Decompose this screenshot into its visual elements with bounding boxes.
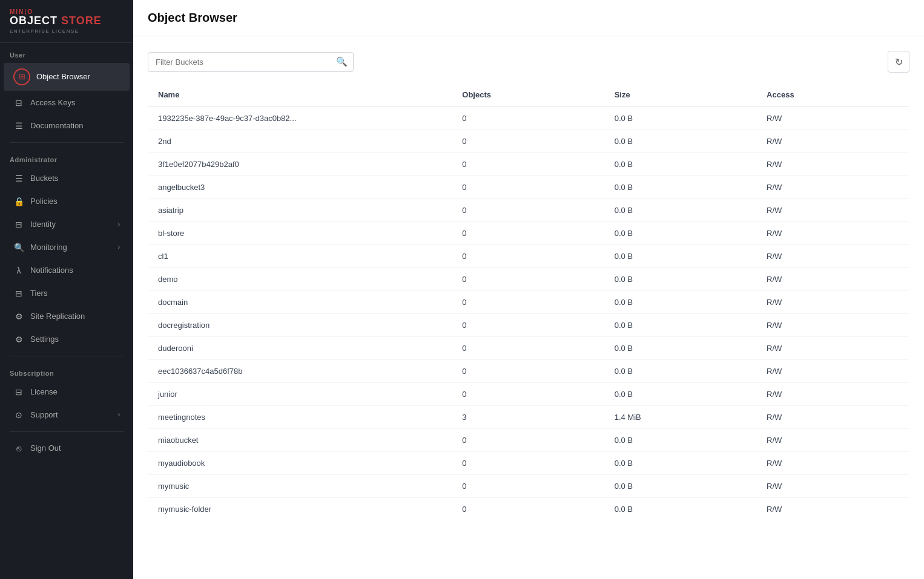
table-row[interactable]: asiatrip 0 0.0 B R/W <box>148 199 909 222</box>
policies-icon: 🔒 <box>13 196 24 207</box>
cell-access: R/W <box>757 360 909 383</box>
table-row[interactable]: meetingnotes 3 1.4 MiB R/W <box>148 406 909 429</box>
table-row[interactable]: cl1 0 0.0 B R/W <box>148 245 909 268</box>
table-row[interactable]: 3f1e0ef2077b429b2af0 0 0.0 B R/W <box>148 153 909 176</box>
support-icon: ⊙ <box>13 410 24 420</box>
license-icon: ⊟ <box>13 387 24 397</box>
sidebar-item-sign-out[interactable]: ⎋ Sign Out <box>4 437 130 459</box>
sidebar-item-tiers-label: Tiers <box>30 289 47 298</box>
subscription-section-label: Subscription <box>0 361 133 381</box>
table-row[interactable]: docregistration 0 0.0 B R/W <box>148 314 909 337</box>
cell-size: 0.0 B <box>605 498 757 521</box>
cell-objects: 0 <box>452 153 604 176</box>
sidebar-item-access-keys-label: Access Keys <box>30 98 75 107</box>
sidebar-item-settings[interactable]: ⚙ Settings <box>4 329 130 350</box>
page-title: Object Browser <box>148 11 237 25</box>
cell-name: demo <box>148 268 453 291</box>
cell-name: cl1 <box>148 245 453 268</box>
cell-objects: 0 <box>452 475 604 498</box>
sidebar-item-buckets[interactable]: ☰ Buckets <box>4 168 130 189</box>
notifications-icon: λ <box>13 265 24 276</box>
cell-access: R/W <box>757 176 909 199</box>
table-row[interactable]: angelbucket3 0 0.0 B R/W <box>148 176 909 199</box>
sidebar-item-sign-out-label: Sign Out <box>30 443 61 453</box>
table-row[interactable]: myaudiobook 0 0.0 B R/W <box>148 452 909 475</box>
sidebar-item-license-label: License <box>30 387 58 396</box>
table-row[interactable]: docmain 0 0.0 B R/W <box>148 291 909 314</box>
logo: MIN|O OBJECT STORE ENTERPRISE LICENSE <box>0 0 133 43</box>
sidebar-item-site-replication[interactable]: ⚙ Site Replication <box>4 306 130 327</box>
refresh-button[interactable]: ↻ <box>888 51 909 73</box>
table-row[interactable]: 1932235e-387e-49ac-9c37-d3ac0b82... 0 0.… <box>148 107 909 130</box>
sidebar-item-identity-label: Identity <box>30 220 56 229</box>
cell-access: R/W <box>757 383 909 406</box>
table-row[interactable]: mymusic-folder 0 0.0 B R/W <box>148 498 909 521</box>
cell-size: 0.0 B <box>605 429 757 452</box>
cell-access: R/W <box>757 268 909 291</box>
cell-objects: 0 <box>452 291 604 314</box>
logo-title: OBJECT STORE <box>10 15 124 27</box>
cell-objects: 0 <box>452 429 604 452</box>
cell-size: 0.0 B <box>605 268 757 291</box>
refresh-icon: ↻ <box>895 56 903 68</box>
divider-1 <box>10 142 124 143</box>
sidebar-item-support[interactable]: ⊙ Support › <box>4 404 130 426</box>
sidebar-item-support-label: Support <box>30 410 58 419</box>
sidebar-item-notifications[interactable]: λ Notifications <box>4 260 130 281</box>
table-row[interactable]: duderooni 0 0.0 B R/W <box>148 337 909 360</box>
cell-name: myaudiobook <box>148 452 453 475</box>
table-row[interactable]: junior 0 0.0 B R/W <box>148 383 909 406</box>
cell-access: R/W <box>757 429 909 452</box>
table-row[interactable]: 2nd 0 0.0 B R/W <box>148 130 909 153</box>
sidebar-item-buckets-label: Buckets <box>30 174 58 183</box>
site-replication-icon: ⚙ <box>13 311 24 322</box>
sidebar-item-object-browser-label: Object Browser <box>36 72 90 81</box>
sidebar-item-monitoring[interactable]: 🔍 Monitoring › <box>4 237 130 258</box>
divider-2 <box>10 356 124 356</box>
table-row[interactable]: demo 0 0.0 B R/W <box>148 268 909 291</box>
sidebar-item-documentation[interactable]: ☰ Documentation <box>4 115 130 137</box>
cell-access: R/W <box>757 130 909 153</box>
main-content: Object Browser 🔍 ↻ Name Objects Size Acc… <box>133 0 924 579</box>
cell-access: R/W <box>757 406 909 429</box>
cell-objects: 0 <box>452 383 604 406</box>
content-area: 🔍 ↻ Name Objects Size Access 1932235e-38… <box>133 36 924 579</box>
cell-name: 1932235e-387e-49ac-9c37-d3ac0b82... <box>148 107 453 130</box>
cell-objects: 3 <box>452 406 604 429</box>
cell-objects: 0 <box>452 130 604 153</box>
cell-name: docregistration <box>148 314 453 337</box>
user-section-label: User <box>0 43 133 62</box>
col-header-size: Size <box>605 83 757 107</box>
monitoring-chevron-icon: › <box>118 244 120 250</box>
sidebar-item-object-browser[interactable]: ⊞ Object Browser <box>4 63 130 91</box>
cell-name: junior <box>148 383 453 406</box>
cell-name: 2nd <box>148 130 453 153</box>
cell-name: asiatrip <box>148 199 453 222</box>
table-row[interactable]: miaobucket 0 0.0 B R/W <box>148 429 909 452</box>
support-chevron-icon: › <box>118 411 120 418</box>
cell-access: R/W <box>757 337 909 360</box>
table-row[interactable]: mymusic 0 0.0 B R/W <box>148 475 909 498</box>
filter-input[interactable] <box>148 52 354 72</box>
cell-objects: 0 <box>452 360 604 383</box>
sidebar-item-tiers[interactable]: ⊟ Tiers <box>4 283 130 304</box>
cell-size: 0.0 B <box>605 107 757 130</box>
cell-name: docmain <box>148 291 453 314</box>
cell-size: 0.0 B <box>605 245 757 268</box>
sidebar-item-policies[interactable]: 🔒 Policies <box>4 191 130 212</box>
sidebar-item-license[interactable]: ⊟ License <box>4 381 130 403</box>
toolbar: 🔍 ↻ <box>148 51 909 73</box>
sidebar-item-identity[interactable]: ⊟ Identity › <box>4 214 130 235</box>
search-button[interactable]: 🔍 <box>336 56 348 67</box>
table-header-row: Name Objects Size Access <box>148 83 909 107</box>
cell-objects: 0 <box>452 199 604 222</box>
cell-access: R/W <box>757 291 909 314</box>
sidebar-item-access-keys[interactable]: ⊟ Access Keys <box>4 92 130 114</box>
cell-objects: 0 <box>452 176 604 199</box>
settings-icon: ⚙ <box>13 334 24 345</box>
cell-name: meetingnotes <box>148 406 453 429</box>
table-row[interactable]: bl-store 0 0.0 B R/W <box>148 222 909 245</box>
cell-access: R/W <box>757 314 909 337</box>
table-body: 1932235e-387e-49ac-9c37-d3ac0b82... 0 0.… <box>148 107 909 521</box>
table-row[interactable]: eec1036637c4a5d6f78b 0 0.0 B R/W <box>148 360 909 383</box>
